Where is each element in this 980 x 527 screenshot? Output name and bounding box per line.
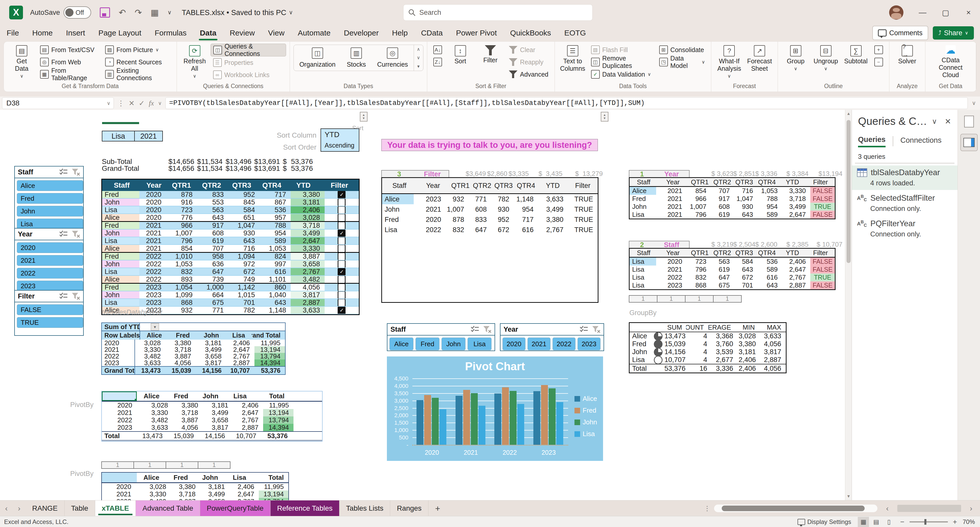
cell[interactable]: 2023 [656,281,687,289]
ribbon-button-subtotal[interactable]: ∑Subtotal [842,44,870,66]
cell[interactable]: 13,794 [259,498,288,500]
cell[interactable]: 3,633 [142,424,172,431]
cell[interactable]: 3,482 [142,498,171,500]
cell[interactable]: 3,330 [142,409,172,416]
cell[interactable]: 2,767 [291,268,325,275]
fx-icon[interactable]: fx [149,99,154,107]
cell[interactable]: 966 [687,195,711,203]
zoom-slider-thumb[interactable] [924,519,926,525]
cell[interactable]: 616 [514,225,538,235]
slicer-item-false[interactable]: FALSE [17,304,83,315]
cell[interactable]: 1,054 [166,284,197,291]
cell[interactable]: 860 [259,284,291,291]
cancel-icon[interactable]: ✕ [129,99,135,108]
cell[interactable]: 3,380 [171,483,200,490]
cell[interactable]: Lisa [102,268,139,275]
panel-scroll-right-icon[interactable]: › [965,504,977,513]
pivot-col-header[interactable]: Alice [140,331,169,339]
cell[interactable]: Alice [382,194,414,204]
subtotal-value[interactable]: $13,496 [226,164,251,171]
cell[interactable]: 3,658 [196,353,226,360]
cell[interactable]: 2022 [656,274,687,281]
cell[interactable]: Lisa [630,356,652,364]
slicer-item-true[interactable]: TRUE [17,317,83,328]
cell[interactable]: Alice [102,214,139,221]
cell[interactable] [293,416,322,424]
bar-fred-2020[interactable] [424,395,431,445]
share-button[interactable]: ⤴ Share ∨ [933,26,974,40]
legend-item-alice[interactable]: Alice [574,395,597,403]
row-labels-header[interactable]: Row Labels▾ [102,331,140,339]
menu-tab-page-layout[interactable]: Page Layout [92,25,148,41]
cell[interactable]: 2021 [656,203,687,211]
cell[interactable]: 1 [629,295,657,303]
column-header-qtr3[interactable]: QTR3 [733,249,755,257]
enter-icon[interactable]: ✓ [138,99,145,108]
horizontal-scroll-thumb[interactable] [722,506,865,511]
pivot-col-header[interactable]: Lisa [225,473,254,482]
subtotal-value[interactable]: $13,691 [254,164,280,171]
cell[interactable]: Grand Total [102,367,135,374]
cell[interactable]: 14,394 [255,360,285,366]
cell[interactable]: 1,007 [446,204,469,215]
column-header-qtr4[interactable]: QTR4 [755,249,779,257]
cell[interactable]: 2,647 [782,211,810,218]
cell[interactable]: 536 [758,258,783,266]
cell[interactable]: 10,707 [230,432,261,440]
title-caret-icon[interactable]: ∨ [289,9,293,16]
cell[interactable]: 2021 [139,222,166,229]
checkbox-unchecked[interactable] [338,199,345,206]
cell[interactable]: Lisa [102,206,139,213]
filter-flag-cell[interactable]: FALSE [810,281,835,289]
cell[interactable]: 788 [758,195,783,203]
filter-flag-cell[interactable]: FALSE [810,195,835,203]
cell[interactable]: 2022 [139,268,166,275]
cell[interactable]: Fred [630,195,656,203]
slicer-item-fred[interactable]: Fred [415,338,439,350]
cell[interactable]: 4 [690,348,712,356]
column-header-ytd[interactable]: YTD [287,180,320,191]
pivot-col-header[interactable]: Alice [137,473,166,482]
menu-tab-power-pivot[interactable]: Power Pivot [449,25,504,41]
cell[interactable]: Fred [102,222,139,229]
clear-filter-icon[interactable] [72,168,80,176]
scroll-up-icon[interactable]: ▲ [846,110,851,118]
cell[interactable]: John [630,348,652,356]
cell[interactable]: 776 [166,214,197,221]
pivot-value-label[interactable]: Sum of YTD [102,323,140,331]
cell[interactable]: 2022 [102,353,135,360]
checkbox-unchecked[interactable] [338,245,345,252]
ribbon-button-za[interactable]: Z↓ [431,56,445,68]
spin-button[interactable]: ▲▼ [360,112,368,121]
checkbox-checked[interactable]: ✓ [338,229,345,237]
cell[interactable]: 1,047 [228,222,259,229]
multiselect-icon[interactable] [471,326,479,333]
cell[interactable]: 11,995 [255,339,285,346]
qpanel-tab-connections[interactable]: Connections [900,136,942,146]
cell[interactable]: John [102,229,139,237]
cell[interactable]: 3,028 [142,402,172,409]
cell[interactable]: 916 [166,199,197,206]
cell[interactable]: 3,539 [712,348,738,356]
cell[interactable]: 4,056 [760,365,786,373]
menu-tab-quickbooks[interactable]: QuickBooks [504,25,558,41]
cell[interactable]: 672 [491,225,514,235]
bar-john-2023[interactable] [549,388,555,445]
cell[interactable]: 1,099 [166,291,197,298]
cell[interactable]: 930 [228,229,259,237]
ribbon-button-properties[interactable]: ☰Properties [210,56,286,69]
cell[interactable] [289,392,322,401]
sheet-canvas[interactable]: ▲▼▲▼SortLisa2021Sort ColumnSort OrderYTD… [0,110,845,500]
cell[interactable]: TRUE [568,215,598,225]
query-item[interactable]: ABCSelectedStaffFilterConnection only. [852,191,958,215]
cell[interactable]: 647 [469,225,491,235]
pivot-col-header[interactable]: Fred [169,331,197,339]
sheet-tab-table[interactable]: Table [65,500,95,516]
cell[interactable]: Lisa [102,237,139,244]
cell[interactable]: 771 [469,194,491,204]
cell[interactable]: 3,181 [200,483,229,490]
ribbon-button-hidedet[interactable]: − [872,56,886,68]
cell[interactable]: 3,633 [538,194,568,204]
ribbon-button-filter[interactable]: Filter [476,44,505,65]
cell[interactable]: 10,707 [664,356,690,364]
